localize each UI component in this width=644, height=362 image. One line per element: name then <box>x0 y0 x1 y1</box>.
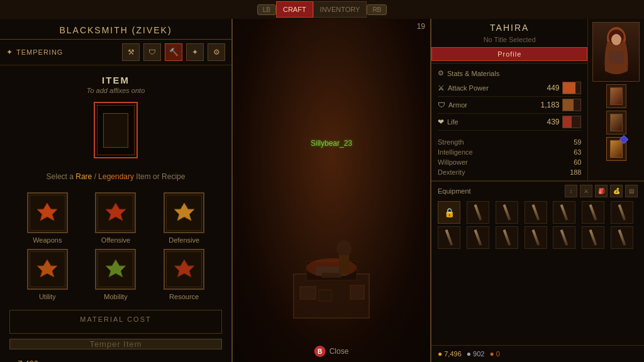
willpower-label: Willpower <box>438 158 468 166</box>
svg-rect-19 <box>609 51 624 63</box>
rb-button[interactable]: RB <box>367 4 387 15</box>
equip-slot-r2-6[interactable] <box>582 226 604 249</box>
stats-title: Stats & Materials <box>447 70 499 77</box>
affix-mobility-label: Mobility <box>104 293 127 300</box>
right-bronze-coin-icon: ● <box>489 349 494 358</box>
portrait-column <box>587 19 644 180</box>
affix-weapons[interactable]: Weapons <box>16 192 79 244</box>
equipment-slot-mid[interactable] <box>606 111 626 134</box>
item-subtitle: To add affixes onto <box>87 87 145 94</box>
shield-icon: 🛡 <box>438 101 445 109</box>
svg-marker-1 <box>106 203 126 221</box>
svg-point-18 <box>611 34 621 45</box>
sword-icon-2 <box>502 204 511 221</box>
tab-icon-5[interactable]: ⚙ <box>208 43 225 61</box>
equip-slot-lock[interactable]: 🔒 <box>438 201 460 224</box>
item-inner-icon <box>103 113 128 148</box>
sword-icon-r2-7 <box>618 229 626 246</box>
tab-icon-4[interactable]: ✦ <box>186 43 204 61</box>
equip-slot-r2-4[interactable] <box>525 226 547 249</box>
secondary-stats: Strength 59 Intelligence 63 Willpower 60… <box>431 134 587 180</box>
equip-bag-button[interactable]: 🎒 <box>595 185 608 197</box>
equip-sort-button[interactable]: ↕ <box>565 185 577 197</box>
equipment-title: Equipment <box>438 187 471 195</box>
affix-offensive-icon <box>95 192 136 233</box>
affix-mobility[interactable]: Mobility <box>84 249 148 300</box>
player-label: Sillybear_23 <box>311 139 352 148</box>
strength-value: 59 <box>574 138 581 146</box>
close-button[interactable]: B Close <box>314 346 349 357</box>
tab-icon-3[interactable]: 🔨 <box>165 43 182 61</box>
equip-slot-6[interactable] <box>582 201 604 224</box>
equip-slot-5[interactable] <box>553 201 575 224</box>
affix-resource-icon <box>164 249 204 290</box>
affix-resource[interactable]: Resource <box>152 249 216 300</box>
svg-marker-5 <box>174 260 194 277</box>
equipment-section: Equipment ↕ ⚔ 🎒 💰 ▤ 🔒 <box>431 181 644 345</box>
tempering-label: TEMPERING <box>16 48 63 56</box>
item-slot[interactable] <box>94 102 138 158</box>
affix-offensive[interactable]: Offensive <box>84 192 148 244</box>
heart-icon: ❤ <box>438 118 444 126</box>
no-title: No Title Selected <box>431 34 587 45</box>
craft-tab[interactable]: CRAFT <box>276 1 313 18</box>
gear-icon: ⚙ <box>438 69 444 77</box>
svg-rect-15 <box>350 285 364 299</box>
material-cost-title: MATERIAL COST <box>19 315 212 323</box>
intelligence-label: Intelligence <box>438 148 473 156</box>
rare-text: Rare <box>75 172 92 181</box>
equip-slot-r2-2[interactable] <box>467 226 489 249</box>
equip-slot-2[interactable] <box>467 201 489 224</box>
equip-grid-button[interactable]: ▤ <box>625 185 638 197</box>
main-layout: BLACKSMITH (ZIVEK) ✦ TEMPERING ⚒ 🛡 🔨 ✦ ⚙… <box>0 19 644 362</box>
character-avatar <box>597 27 635 77</box>
tab-icon-1[interactable]: ⚒ <box>122 43 140 61</box>
lb-button[interactable]: LB <box>257 4 276 15</box>
svg-rect-13 <box>300 287 316 299</box>
equip-slot-4[interactable] <box>525 201 547 224</box>
life-label: Life <box>447 118 547 126</box>
forge-scene <box>256 199 407 324</box>
strength-label: Strength <box>438 138 464 146</box>
tab-icon-2[interactable]: 🛡 <box>143 43 161 61</box>
affix-utility[interactable]: Utility <box>16 249 79 300</box>
right-silver-item: ● 902 <box>467 349 485 358</box>
svg-rect-10 <box>322 273 341 278</box>
equip-gold-button[interactable]: 💰 <box>610 185 623 197</box>
gold-display: ● 7,496 <box>0 354 231 362</box>
right-silver-coin-icon: ● <box>467 349 471 358</box>
tabs-row: ✦ TEMPERING ⚒ 🛡 🔨 ✦ ⚙ <box>0 40 231 65</box>
equip-slot-r2-5[interactable] <box>553 226 575 249</box>
close-circle-icon: B <box>314 346 326 357</box>
affix-offensive-label: Offensive <box>101 236 130 244</box>
right-silver-amount: 902 <box>473 350 484 358</box>
sword-icon: ⚔ <box>438 84 445 92</box>
right-gold-amount: 7,496 <box>444 350 462 358</box>
attack-power-bar <box>562 82 581 94</box>
life-bar <box>562 116 581 128</box>
equipment-slot-top[interactable] <box>606 84 626 108</box>
equip-slot-r2-3[interactable] <box>496 226 518 249</box>
svg-marker-2 <box>174 203 194 221</box>
profile-button[interactable]: Profile <box>431 47 587 61</box>
equip-slot-7[interactable] <box>611 201 633 224</box>
sword-icon-3 <box>531 204 540 221</box>
temper-item-button[interactable]: Temper Item <box>9 339 222 349</box>
equipment-slot-bot[interactable] <box>606 137 626 161</box>
sword-icon-r2-2 <box>474 229 482 246</box>
armor-row: 🛡 Armor 1,183 <box>438 97 581 114</box>
strength-row: Strength 59 <box>438 137 581 147</box>
gold-coin-icon: ● <box>9 358 14 362</box>
equip-slot-3[interactable] <box>496 201 518 224</box>
inventory-tab[interactable]: INVENTORY <box>313 1 367 18</box>
right-content: TAHIRA No Title Selected Profile ⚙ Stats… <box>431 19 587 180</box>
equip-slot-r2-1[interactable] <box>438 226 460 249</box>
dexterity-label: Dexterity <box>438 168 465 176</box>
dexterity-row: Dexterity 188 <box>438 167 581 177</box>
sword-icon-r2-5 <box>560 229 569 246</box>
equipment-row-2 <box>438 226 638 249</box>
intelligence-value: 63 <box>574 148 581 156</box>
affix-defensive[interactable]: Defensive <box>152 192 216 244</box>
equip-weapon-button[interactable]: ⚔ <box>580 185 592 197</box>
equip-slot-r2-7[interactable] <box>611 226 633 249</box>
